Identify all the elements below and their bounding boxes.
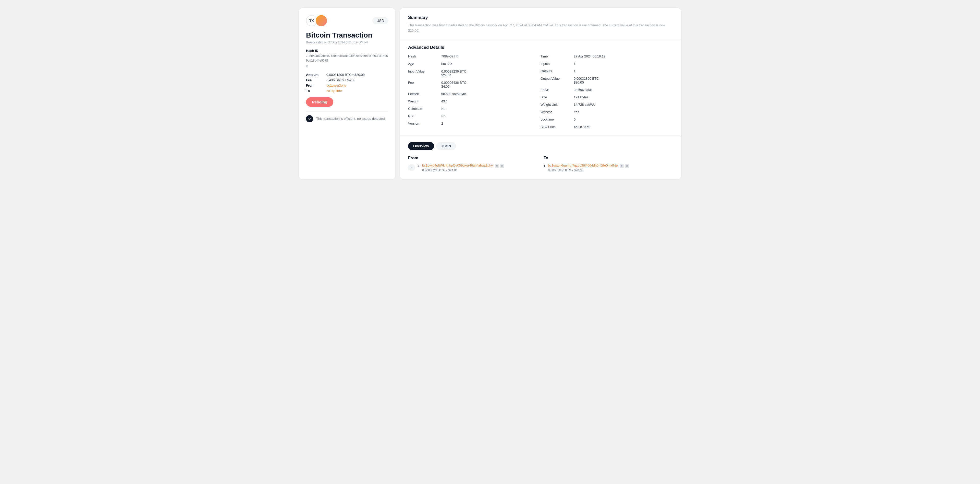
from-arrow-icon: ← bbox=[408, 164, 415, 171]
tx-icon-group: TX bbox=[306, 15, 327, 26]
detail-inputs: Inputs 1 bbox=[541, 60, 673, 67]
details-grid: Hash 708e-07ff ⧉ Age 0m 55s Input Value … bbox=[408, 53, 673, 131]
to-link-icon[interactable]: ⊞ bbox=[625, 164, 629, 168]
from-num: 1 bbox=[418, 164, 420, 168]
to-address[interactable]: bc1qstcn6qpmuf7qzqc36l4664dh5n5tfe0mxlfr… bbox=[548, 163, 629, 168]
summary-title: Summary bbox=[408, 15, 673, 20]
detail-hash: Hash 708e-07ff ⧉ bbox=[408, 53, 541, 60]
detail-output-value: Output Value 0.00031800 BTC $20.00 bbox=[541, 75, 673, 86]
from-to-grid: From ← 1 bc1qwld4qftWknthkpf0v059qxqr46a… bbox=[408, 156, 673, 172]
detail-input-value: Input Value 0.00038236 BTC $24.04 bbox=[408, 68, 541, 79]
amount-label: Amount bbox=[306, 73, 326, 77]
from-to-section: From ← 1 bc1qwld4qftWknthkpf0v059qxqr46a… bbox=[400, 156, 681, 179]
from-copy-icon[interactable]: ⧉ bbox=[495, 164, 499, 168]
tabs: Overview JSON bbox=[408, 142, 673, 150]
detail-time: Time 27 Apr 2024 05:16:19 bbox=[541, 53, 673, 60]
left-panel: TX USD Bitcoin Transaction Broadcasted o… bbox=[299, 8, 396, 180]
to-btc: 0.00031800 BTC • $20.00 bbox=[548, 169, 629, 172]
fee-value: 6,436 SATS • $4.05 bbox=[326, 78, 388, 82]
currency-badge[interactable]: USD bbox=[372, 17, 388, 24]
advanced-title: Advanced Details bbox=[408, 45, 673, 50]
copy-hash-detail-icon[interactable]: ⧉ bbox=[456, 54, 458, 59]
summary-text: This transaction was first broadcasted o… bbox=[408, 23, 673, 34]
detail-feeb: Fee/B 33.696 sat/B bbox=[541, 86, 673, 93]
tab-json[interactable]: JSON bbox=[436, 142, 456, 150]
from-btc: 0.00038236 BTC • $24.04 bbox=[422, 169, 504, 172]
tab-section: Overview JSON bbox=[400, 136, 681, 150]
detail-size: Size 191 Bytes bbox=[541, 93, 673, 101]
copy-hash-icon[interactable]: ⧉ bbox=[306, 64, 308, 69]
details-left-col: Hash 708e-07ff ⧉ Age 0m 55s Input Value … bbox=[408, 53, 541, 131]
from-address[interactable]: bc1qwld4qftWknthkpf0v059qxqr46ahflahaa3p… bbox=[422, 163, 504, 168]
tx-logo-icon bbox=[316, 15, 327, 26]
detail-btcprice: BTC Price $62,879.50 bbox=[541, 123, 673, 131]
details-right-col: Time 27 Apr 2024 05:16:19 Inputs 1 Outpu… bbox=[541, 53, 673, 131]
tx-broadcast: Broadcasted on 27 Apr 2024 05:16:19 GMT-… bbox=[306, 41, 388, 44]
efficiency-notice: This transaction is efficient, no issues… bbox=[306, 111, 388, 122]
check-icon bbox=[306, 115, 313, 122]
detail-rbf: RBF No bbox=[408, 112, 541, 120]
detail-version: Version 2 bbox=[408, 120, 541, 127]
from-label: From bbox=[306, 83, 326, 87]
tx-title: Bitcoin Transaction bbox=[306, 31, 388, 40]
to-label: To bbox=[306, 89, 326, 93]
detail-witness: Witness Yes bbox=[541, 108, 673, 116]
detail-locktime: Locktime 0 bbox=[541, 116, 673, 123]
to-heading: To bbox=[544, 156, 673, 160]
detail-age: Age 0m 55s bbox=[408, 60, 541, 68]
to-row: 1 bc1qstcn6qpmuf7qzqc36l4664dh5n5tfe0mxl… bbox=[544, 163, 673, 172]
from-value[interactable]: bc1qw-a3phy bbox=[326, 83, 388, 87]
detail-coinbase: Coinbase No bbox=[408, 105, 541, 112]
hash-label: Hash ID bbox=[306, 49, 388, 53]
tx-header: TX USD bbox=[306, 15, 388, 26]
amount-value: 0.00031800 BTC • $20.00 bbox=[326, 73, 388, 77]
pending-button[interactable]: Pending bbox=[306, 97, 333, 107]
from-heading: From bbox=[408, 156, 538, 160]
summary-section: Summary This transaction was first broad… bbox=[400, 8, 681, 39]
tx-fields: Amount 0.00031800 BTC • $20.00 Fee 6,436… bbox=[306, 73, 388, 93]
tab-overview[interactable]: Overview bbox=[408, 142, 434, 150]
to-copy-icon[interactable]: ⧉ bbox=[620, 164, 624, 168]
right-panel: Summary This transaction was first broad… bbox=[400, 8, 681, 180]
from-row: ← 1 bc1qwld4qftWknthkpf0v059qxqr46ahflah… bbox=[408, 163, 538, 172]
detail-fee: Fee 0.00006436 BTC $4.05 bbox=[408, 79, 541, 90]
detail-outputs: Outputs 1 bbox=[541, 67, 673, 75]
efficiency-text: This transaction is efficient, no issues… bbox=[316, 116, 386, 121]
fee-label: Fee bbox=[306, 78, 326, 82]
to-info: bc1qstcn6qpmuf7qzqc36l4664dh5n5tfe0mxlfr… bbox=[548, 163, 629, 172]
detail-feevb: Fee/VB 58.509 sat/vByte bbox=[408, 90, 541, 97]
from-link-icon[interactable]: ⊞ bbox=[500, 164, 504, 168]
to-value[interactable]: bc1qs-lfrte bbox=[326, 89, 388, 93]
to-num: 1 bbox=[544, 164, 546, 168]
from-info: bc1qwld4qftWknthkpf0v059qxqr46ahflahaa3p… bbox=[422, 163, 504, 172]
advanced-section: Advanced Details Hash 708e-07ff ⧉ Age 0m… bbox=[400, 39, 681, 136]
detail-weight: Weight 437 bbox=[408, 97, 541, 105]
from-col: From ← 1 bc1qwld4qftWknthkpf0v059qxqr46a… bbox=[408, 156, 538, 172]
hash-value: 708e59ab93bdfe71d0ee4d7afd949f09cc2c9a2c… bbox=[306, 54, 388, 69]
detail-weightunit: Weight Unit 14.728 sat/WU bbox=[541, 101, 673, 108]
to-col: To 1 bc1qstcn6qpmuf7qzqc36l4664dh5n5tfe0… bbox=[544, 156, 673, 172]
